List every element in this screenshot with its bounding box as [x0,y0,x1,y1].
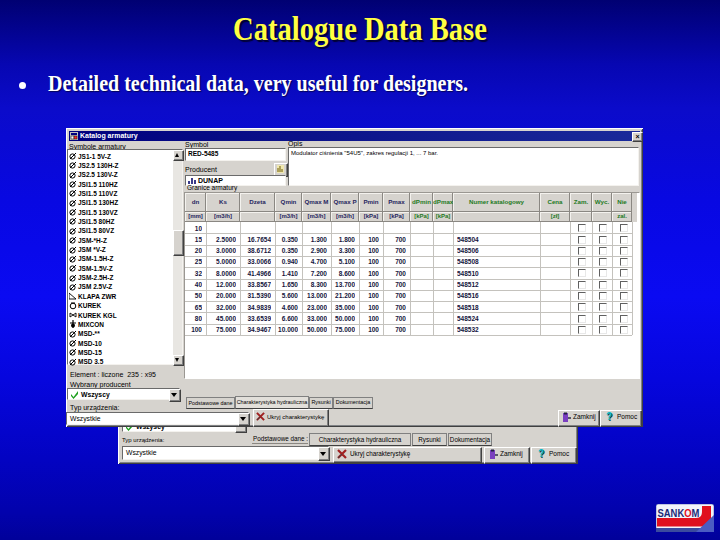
svg-text:SANKOM: SANKOM [658,507,700,519]
